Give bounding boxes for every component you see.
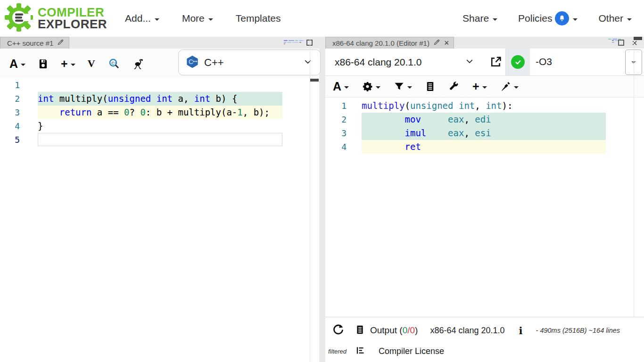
stderr-count: 0 (410, 325, 415, 335)
filter-list-icon (355, 346, 365, 357)
recompile-icon[interactable] (332, 323, 344, 337)
code-line[interactable]: 2 mov eax, edi (325, 113, 644, 126)
compile-ok-check-icon (511, 55, 525, 69)
output-label: Output (370, 325, 397, 335)
line-number: 1 (0, 78, 38, 92)
funnel-icon (394, 81, 405, 92)
filter-button[interactable] (394, 81, 412, 92)
code-line-content[interactable] (38, 78, 282, 92)
chevron-down-icon (514, 86, 519, 89)
add-tool-button[interactable] (500, 81, 519, 92)
code-line[interactable]: 3 return a == 0? 0: b + multiply(a-1, b)… (0, 106, 319, 119)
brand-title: COMPILER EXPLORER (38, 7, 107, 30)
svg-text:++: ++ (193, 59, 198, 64)
save-button[interactable] (38, 58, 49, 69)
nav-policies-menu[interactable]: Policies (518, 11, 578, 25)
stdout-count: 0 (403, 325, 408, 335)
code-line[interactable]: 2int multiply(unsigned int a, int b) { (0, 92, 319, 106)
nav-more-label: More (182, 13, 205, 24)
code-line-content[interactable]: int multiply(unsigned int a, int b) { (38, 92, 282, 106)
brand-logo[interactable]: COMPILER EXPLORER (4, 2, 107, 34)
nav-templates-label: Templates (236, 13, 281, 24)
chevron-down-icon (21, 64, 25, 66)
code-line[interactable]: 1multiply(unsigned int, int): (325, 99, 644, 113)
font-size-label: A (9, 57, 18, 71)
compiler-tab[interactable]: x86-64 clang 20.1.0 (Editor #1) × (325, 37, 454, 49)
nav-more-menu[interactable]: More (182, 13, 213, 24)
nav-add-label: Add... (125, 13, 151, 24)
compiler-select[interactable]: x86-64 clang 20.1.0 (325, 49, 481, 75)
compile-stats: - 490ms (2516B) ~164 lines (536, 327, 620, 334)
chevron-down-icon (482, 86, 487, 89)
vim-mode-button[interactable]: V (88, 58, 95, 70)
screwdriver-icon (500, 81, 511, 92)
ostrich-icon (132, 58, 145, 70)
assembly-output-editor[interactable]: 1multiply(unsigned int, int):2 mov eax, … (325, 98, 644, 317)
add-pane-button[interactable]: + (61, 57, 75, 71)
compiler-options-input[interactable] (536, 52, 618, 71)
code-line[interactable]: 3 imul eax, esi (325, 126, 644, 140)
brand-line2: EXPLORER (38, 18, 107, 30)
code-line-content[interactable]: imul eax, esi (362, 126, 606, 140)
add-pane-button[interactable]: + (472, 80, 487, 93)
cpp-insights-button[interactable]: C+ (107, 58, 120, 70)
nav-other-menu[interactable]: Other (598, 13, 632, 24)
code-line-content[interactable]: mov eax, edi (362, 113, 606, 126)
rename-pencil-icon[interactable] (57, 39, 64, 47)
svg-text:C+: C+ (111, 60, 117, 65)
source-tab[interactable]: C++ source #1 (0, 37, 69, 49)
font-size-button[interactable]: A (9, 57, 25, 71)
font-size-label: A (333, 80, 341, 93)
output-button[interactable] (425, 81, 435, 92)
compiler-toolbar: A (325, 76, 644, 98)
plus-icon: + (472, 80, 479, 93)
overview-ruler[interactable] (310, 37, 319, 362)
open-compiler-site-button[interactable] (489, 55, 503, 70)
line-number: 2 (325, 113, 362, 126)
line-number: 2 (0, 92, 38, 106)
chevron-down-icon (71, 64, 75, 66)
code-line-content[interactable]: } (38, 119, 282, 133)
output-counts-button[interactable]: Output (0/0) (370, 325, 418, 336)
gear-icon (362, 81, 373, 92)
minimap[interactable] (284, 38, 308, 45)
nav-add-menu[interactable]: Add... (125, 13, 159, 24)
notification-bell-icon[interactable] (555, 11, 569, 25)
code-line[interactable]: 4 ret (325, 140, 644, 154)
output-log-icon[interactable] (355, 325, 364, 337)
source-pane-header: C++ source #1 (0, 37, 319, 49)
rename-pencil-icon[interactable] (433, 39, 440, 47)
nav-templates[interactable]: Templates (236, 13, 281, 24)
nav-share-menu[interactable]: Share (462, 13, 497, 24)
compiler-selector-row: x86-64 clang 20.1.0 (325, 49, 644, 76)
code-line[interactable]: 5 (0, 133, 319, 147)
source-code-editor[interactable]: 12int multiply(unsigned int a, int b) {3… (0, 78, 319, 362)
wrench-icon (448, 81, 459, 92)
code-line-content[interactable]: return a == 0? 0: b + multiply(a-1, b); (38, 106, 282, 119)
code-line[interactable]: 1 (0, 78, 319, 92)
line-number: 3 (325, 126, 362, 140)
compile-status (505, 49, 530, 75)
output-log-icon (425, 81, 435, 92)
vim-label: V (88, 58, 95, 70)
paren: ) (415, 325, 418, 335)
compiler-license-link[interactable]: Compiler License (379, 346, 444, 356)
code-line[interactable]: 4} (0, 119, 319, 133)
top-navbar: COMPILER EXPLORER Add... More Templates … (0, 0, 644, 37)
font-size-button[interactable]: A (333, 80, 349, 93)
options-gear-button[interactable] (362, 81, 380, 92)
close-tab-icon[interactable]: × (444, 40, 449, 46)
overview-ruler[interactable] (634, 37, 643, 362)
tools-wrench-button[interactable] (448, 81, 459, 92)
nav-policies-label: Policies (518, 13, 552, 24)
minimap[interactable] (608, 38, 633, 43)
chevron-down-icon (208, 18, 213, 21)
code-line-content[interactable]: multiply(unsigned int, int): (362, 99, 606, 113)
code-line-content[interactable] (38, 133, 282, 146)
code-line-content[interactable]: ret (362, 140, 606, 154)
language-select[interactable]: C ++ C++ (178, 49, 321, 75)
info-icon[interactable]: i (519, 325, 523, 337)
scrollbar-thumb[interactable] (634, 37, 642, 40)
quick-bench-button[interactable] (132, 58, 145, 70)
plus-icon: + (61, 57, 68, 71)
